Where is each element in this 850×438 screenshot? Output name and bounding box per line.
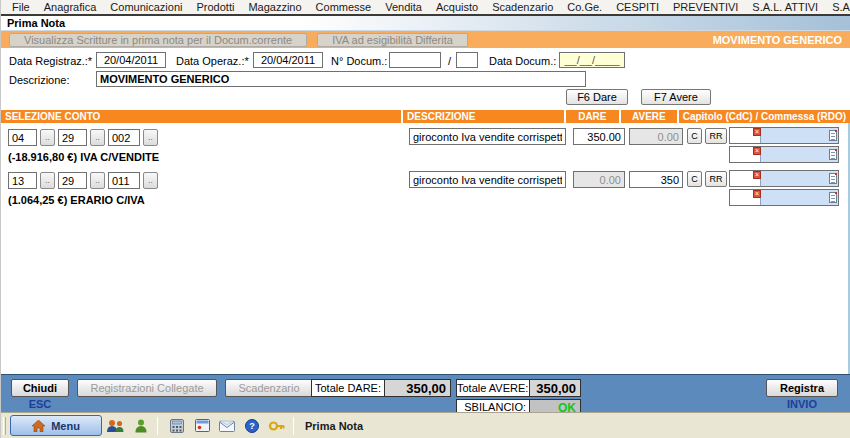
clear-icon[interactable]: × — [753, 190, 761, 198]
menu-file[interactable]: File — [5, 1, 37, 13]
registrazioni-collegate-button[interactable]: Registrazioni Collegate — [77, 379, 217, 397]
menu-acquisto[interactable]: Acquisto — [429, 1, 485, 13]
header-selezione-conto: SELEZIONE CONTO — [1, 110, 401, 123]
calculator-icon[interactable] — [166, 416, 188, 436]
esc-key-hint: ESC — [11, 398, 69, 410]
c-button[interactable]: C — [687, 171, 702, 187]
home-icon — [32, 420, 45, 432]
commessa-value-field[interactable] — [760, 147, 838, 162]
document-form: Data Registraz.:* Data Operaz.:* N° Docu… — [1, 48, 850, 88]
totale-dare-label: Totale DARE: — [312, 380, 384, 396]
totale-avere-value: 350,00 — [529, 380, 580, 396]
conto-gruppo-input[interactable] — [58, 172, 87, 189]
dare-input[interactable] — [573, 128, 625, 145]
notes-icon[interactable] — [829, 173, 837, 184]
menu-comunicazioni[interactable]: Comunicazioni — [103, 1, 189, 13]
key-icon[interactable] — [266, 416, 288, 436]
conto-saldo-info: (1.064,25 €) ERARIO C/IVA — [8, 194, 145, 206]
menu-commesse[interactable]: Commesse — [309, 1, 379, 13]
movement-type-label: MOVIMENTO GENERICO — [713, 34, 842, 46]
conto-sottoconto-input[interactable] — [108, 172, 140, 189]
data-operaz-input[interactable] — [253, 52, 323, 68]
user-icon[interactable] — [130, 416, 152, 436]
commessa-value-field[interactable] — [760, 190, 838, 205]
dare-avere-actions: F6 Dare F7 Avere — [1, 88, 850, 108]
dare-input — [573, 171, 625, 188]
menu-button[interactable]: Menu — [10, 415, 102, 436]
scadenzario-button[interactable]: Scadenzario — [225, 379, 313, 397]
page-title: Prima Nota — [7, 17, 65, 29]
totale-dare-value: 350,00 — [384, 380, 450, 396]
conto-mastro-input[interactable] — [8, 172, 37, 189]
n-docum-label: N° Docum.: — [331, 55, 387, 67]
commessa-field[interactable]: × — [729, 146, 839, 163]
menu-cespiti[interactable]: CESPITI — [609, 1, 666, 13]
f7-avere-button[interactable]: F7 Avere — [641, 89, 711, 105]
menu-sal-passivi[interactable]: S.A.L. PASSIVI — [825, 1, 850, 13]
svg-text:?: ? — [249, 421, 255, 431]
notes-icon[interactable] — [829, 149, 837, 160]
capitolo-field[interactable]: × — [729, 127, 839, 144]
rr-button[interactable]: RR — [705, 128, 727, 144]
lookup-button[interactable]: .. — [90, 129, 105, 146]
riga-descrizione-input[interactable] — [409, 171, 566, 188]
menu-prodotti[interactable]: Prodotti — [189, 1, 241, 13]
c-button[interactable]: C — [687, 128, 702, 144]
section-titlebar: Prima Nota — [1, 16, 850, 31]
riga-descrizione-input[interactable] — [409, 128, 566, 145]
header-dare: DARE — [566, 110, 620, 123]
menu-scadenzario[interactable]: Scadenzario — [485, 1, 560, 13]
n-docum-input[interactable] — [389, 52, 441, 68]
help-icon[interactable]: ? — [241, 416, 263, 436]
commessa-field[interactable]: × — [729, 189, 839, 206]
menu-preventivi[interactable]: PREVENTIVI — [666, 1, 745, 13]
clear-icon[interactable]: × — [753, 171, 761, 179]
f6-dare-button[interactable]: F6 Dare — [566, 89, 628, 105]
notes-icon[interactable] — [829, 130, 837, 141]
active-window-label: Prima Nota — [305, 420, 363, 432]
menu-magazzino[interactable]: Magazzino — [241, 1, 308, 13]
capitolo-value-field[interactable] — [760, 171, 838, 186]
taskbar-grip — [3, 417, 6, 435]
taskbar: Menu ? Prima Nota — [1, 412, 850, 438]
orange-toolbar: Visualizza Scritture in prima nota per i… — [1, 31, 850, 48]
lookup-button[interactable]: .. — [143, 172, 158, 189]
descrizione-input[interactable] — [96, 71, 586, 87]
lookup-button[interactable]: .. — [40, 172, 55, 189]
avere-input — [629, 128, 683, 145]
header-capitolo: Capitolo (CdC) / Commessa (RDO) — [679, 110, 850, 123]
data-registraz-input[interactable] — [96, 52, 166, 68]
conto-saldo-info: (-18.916,80 €) IVA C/VENDITE — [8, 151, 159, 163]
data-registraz-label: Data Registraz.:* — [9, 55, 92, 67]
menu-vendita[interactable]: Vendita — [378, 1, 429, 13]
avere-input[interactable] — [629, 171, 683, 188]
registra-button[interactable]: Registra — [766, 379, 838, 397]
lookup-button[interactable]: .. — [40, 129, 55, 146]
capitolo-value-field[interactable] — [760, 128, 838, 143]
menu-sal-attivi[interactable]: S.A.L. ATTIVI — [745, 1, 825, 13]
table-row: .. .. .. (-18.916,80 €) IVA C/VENDITE C … — [1, 125, 848, 168]
lookup-button[interactable]: .. — [90, 172, 105, 189]
rr-button[interactable]: RR — [705, 171, 727, 187]
conto-sottoconto-input[interactable] — [108, 129, 140, 146]
lookup-button[interactable]: .. — [143, 129, 158, 146]
chiudi-button[interactable]: Chiudi — [11, 379, 69, 397]
contacts-icon[interactable] — [105, 416, 127, 436]
iva-esigibilita-button[interactable]: IVA ad esigibilità Differita — [317, 33, 468, 47]
conto-mastro-input[interactable] — [8, 129, 37, 146]
clear-icon[interactable]: × — [753, 147, 761, 155]
mail-icon[interactable] — [216, 416, 238, 436]
data-docum-input[interactable] — [559, 52, 625, 68]
capitolo-field[interactable]: × — [729, 170, 839, 187]
n-docum-bis-input[interactable] — [456, 52, 478, 68]
menu-anagrafica[interactable]: Anagrafica — [37, 1, 104, 13]
menu-bar: File Anagrafica Comunicazioni Prodotti M… — [1, 0, 850, 14]
visualizza-scritture-button[interactable]: Visualizza Scritture in prima nota per i… — [9, 33, 307, 47]
notes-icon[interactable] — [829, 192, 837, 203]
taskbar-divider — [157, 417, 158, 435]
conto-gruppo-input[interactable] — [58, 129, 87, 146]
taskbar-divider — [293, 417, 294, 435]
clear-icon[interactable]: × — [753, 128, 761, 136]
menu-coge[interactable]: Co.Ge. — [560, 1, 609, 13]
window-icon[interactable] — [191, 416, 213, 436]
